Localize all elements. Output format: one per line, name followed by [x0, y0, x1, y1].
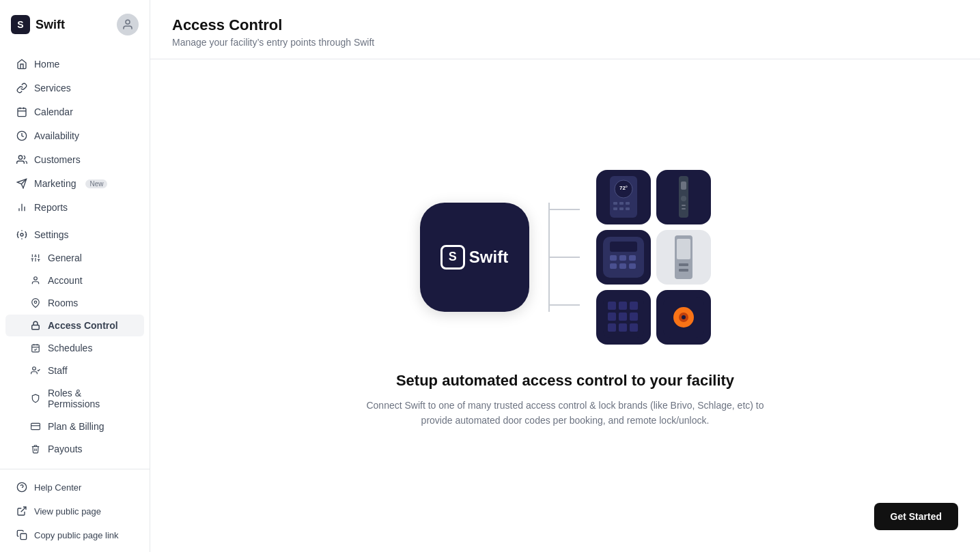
- user-icon: [30, 275, 41, 286]
- sidebar-item-settings-label: Settings: [34, 229, 69, 240]
- svg-rect-35: [20, 534, 27, 540]
- svg-rect-50: [681, 181, 686, 190]
- payouts-icon: [30, 444, 41, 454]
- svg-rect-46: [613, 207, 617, 210]
- sidebar-item-help-center[interactable]: Help Center: [5, 476, 144, 499]
- sidebar-item-reports[interactable]: Reports: [5, 196, 144, 219]
- sidebar-item-calendar[interactable]: Calendar: [5, 100, 144, 124]
- lock-icon: [30, 320, 41, 331]
- sidebar-item-roles-permissions[interactable]: Roles & Permissions: [5, 382, 144, 415]
- svg-rect-63: [677, 239, 690, 259]
- sidebar-item-rooms[interactable]: Rooms: [5, 292, 144, 314]
- sidebar-item-schedules[interactable]: Schedules: [5, 337, 144, 359]
- svg-rect-75: [630, 323, 638, 332]
- svg-rect-71: [619, 313, 627, 321]
- sidebar-item-copy-public-page-link-label: Copy public page link: [34, 530, 119, 540]
- device-card-keypad: [596, 230, 651, 285]
- sliders-icon: [30, 252, 41, 263]
- sidebar-item-view-public-page[interactable]: View public page: [5, 499, 144, 523]
- app-logo: S: [11, 15, 30, 34]
- sidebar-header: S Swift: [0, 0, 150, 46]
- user-avatar[interactable]: [117, 14, 139, 35]
- svg-rect-60: [619, 263, 626, 269]
- svg-text:72°: 72°: [619, 185, 627, 191]
- sidebar-item-services[interactable]: Services: [5, 76, 144, 100]
- users-icon: [16, 154, 27, 165]
- sidebar-item-home[interactable]: Home: [5, 53, 144, 76]
- svg-rect-25: [32, 345, 40, 351]
- svg-point-0: [126, 20, 130, 24]
- sidebar-item-payouts-label: Payouts: [48, 444, 83, 454]
- app-name: Swift: [36, 18, 65, 32]
- sidebar-item-availability[interactable]: Availability: [5, 124, 144, 147]
- svg-rect-73: [608, 323, 616, 332]
- sidebar-item-schedules-label: Schedules: [48, 343, 92, 353]
- sidebar-item-general-label: General: [48, 252, 82, 263]
- map-pin-icon: [30, 297, 41, 308]
- svg-line-34: [21, 507, 26, 512]
- sidebar-item-availability-label: Availability: [34, 130, 79, 141]
- sidebar-item-plan-billing-label: Plan & Billing: [48, 421, 104, 432]
- svg-point-23: [34, 301, 37, 304]
- swift-logo-card: S Swift: [420, 203, 529, 312]
- sidebar-bottom: Help Center View public page Copy public…: [0, 469, 150, 552]
- sidebar-item-payouts[interactable]: Payouts: [5, 438, 144, 460]
- main-nav: Home Services Calendar Availability: [0, 46, 150, 469]
- svg-rect-52: [682, 205, 686, 206]
- sidebar-item-reports-label: Reports: [34, 202, 68, 213]
- svg-rect-1: [18, 108, 26, 117]
- calendar-icon: [16, 106, 27, 117]
- home-icon: [16, 59, 27, 70]
- svg-rect-57: [619, 255, 626, 261]
- bar-chart-icon: [16, 202, 27, 213]
- settings-section: Settings General Account R: [0, 220, 150, 463]
- marketing-badge: New: [85, 179, 107, 188]
- sidebar-item-customers-label: Customers: [34, 154, 81, 165]
- sidebar-item-settings[interactable]: Settings: [5, 223, 144, 246]
- sidebar-item-general[interactable]: General: [5, 247, 144, 269]
- svg-rect-24: [32, 325, 40, 329]
- sidebar-item-home-label: Home: [34, 59, 59, 70]
- main-content-area: Access Control Manage your facility’s en…: [150, 0, 980, 552]
- send-icon: [16, 178, 27, 189]
- sidebar-item-customers[interactable]: Customers: [5, 148, 144, 171]
- svg-rect-79: [682, 315, 686, 319]
- connector: [546, 182, 580, 332]
- svg-rect-74: [619, 323, 627, 332]
- sidebar-item-access-control[interactable]: Access Control: [5, 315, 144, 336]
- settings-icon: [16, 229, 27, 240]
- svg-rect-64: [679, 263, 688, 266]
- sidebar-item-copy-public-page-link[interactable]: Copy public page link: [5, 523, 144, 547]
- connector-svg: [546, 182, 580, 332]
- get-started-button[interactable]: Get Started: [874, 503, 958, 530]
- setup-title: Setup automated access control to your f…: [396, 372, 734, 390]
- svg-point-6: [18, 156, 22, 159]
- svg-rect-45: [626, 202, 630, 205]
- svg-point-12: [20, 233, 23, 236]
- device-card-thermostat: 72°: [596, 170, 651, 224]
- svg-rect-65: [679, 269, 688, 272]
- clock-icon: [16, 130, 27, 141]
- svg-rect-69: [630, 302, 638, 310]
- svg-rect-47: [619, 207, 624, 210]
- svg-rect-43: [613, 202, 617, 205]
- sidebar-item-marketing[interactable]: Marketing New: [5, 172, 144, 195]
- sidebar-item-staff-label: Staff: [48, 365, 68, 376]
- sidebar-item-access-control-label: Access Control: [48, 320, 118, 331]
- sidebar-item-staff[interactable]: Staff: [5, 360, 144, 381]
- user-check-icon: [30, 365, 41, 376]
- sidebar-item-rooms-label: Rooms: [48, 297, 78, 308]
- sidebar-item-account-label: Account: [48, 275, 83, 286]
- svg-rect-68: [619, 302, 627, 310]
- svg-point-51: [681, 196, 686, 201]
- svg-rect-67: [608, 302, 616, 310]
- sidebar-item-plan-billing[interactable]: Plan & Billing: [5, 416, 144, 437]
- sidebar-item-account[interactable]: Account: [5, 270, 144, 291]
- help-circle-icon: [16, 482, 27, 493]
- sidebar: S Swift Home Services: [0, 0, 150, 552]
- copy-icon: [16, 529, 27, 540]
- device-card-panel: [656, 230, 711, 285]
- external-link-icon: [16, 506, 27, 517]
- access-control-content: S Swift: [150, 59, 980, 552]
- device-card-lock: [656, 290, 711, 345]
